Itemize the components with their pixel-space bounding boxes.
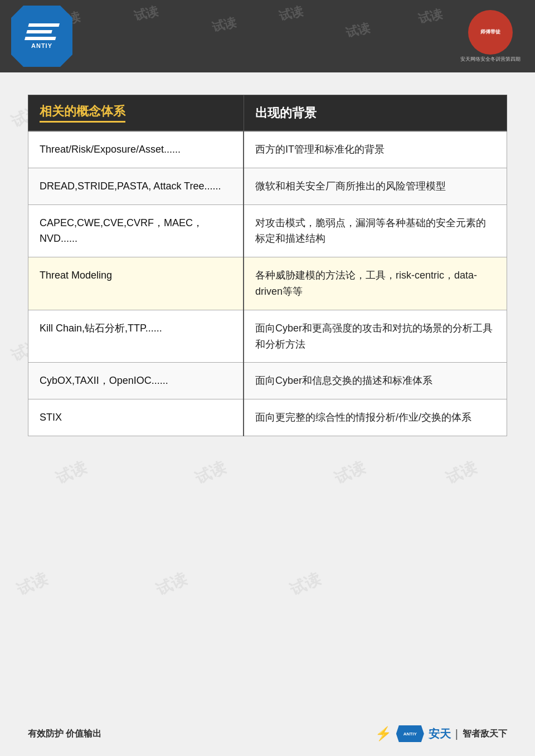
table-row: CybOX,TAXII，OpenIOC...... 面向Cyber和信息交换的描… xyxy=(28,363,507,399)
header: 试读 试读 试读 试读 试读 试读 ANTIY 师傅带徒 安天网络安全冬训营第四… xyxy=(0,0,535,72)
bwm18: 试读 xyxy=(153,568,191,601)
wm3: 试读 xyxy=(210,14,238,36)
row4-right: 各种威胁建模的方法论，工具，risk-centric，data-driven等等 xyxy=(244,257,507,310)
row6-right: 面向Cyber和信息交换的描述和标准体系 xyxy=(244,363,507,399)
col1-header: 相关的概念体系 xyxy=(28,95,244,131)
col1-header-text: 相关的概念体系 xyxy=(40,103,125,123)
table-body: Threat/Risk/Exposure/Asset...... 西方的IT管理… xyxy=(28,131,507,436)
main-content: 相关的概念体系 出现的背景 Threat/Risk/Exposure/Asset… xyxy=(0,72,535,459)
right-logo-inner-text: 师傅带徒 xyxy=(478,26,503,38)
right-logo-circle: 师傅带徒 xyxy=(468,10,513,55)
bwm13: 试读 xyxy=(53,457,90,489)
row7-right: 面向更完整的综合性的情报分析/作业/交换的体系 xyxy=(244,399,507,436)
wm4: 试读 xyxy=(277,3,305,25)
table-row: Kill Chain,钻石分析,TTP...... 面向Cyber和更高强度的攻… xyxy=(28,310,507,363)
row7-left: STIX xyxy=(28,399,244,436)
logo-line-3 xyxy=(24,37,56,40)
bwm16: 试读 xyxy=(443,457,480,489)
right-logo-subtitle: 安天网络安全冬训营第四期 xyxy=(460,56,521,63)
logo-antiy-text: ANTIY xyxy=(31,42,52,49)
row4-left: Threat Modeling xyxy=(28,257,244,310)
lightning-icon: ⚡ xyxy=(375,726,392,742)
right-logo-line1: 师傅带徒 xyxy=(480,28,500,36)
row1-right: 西方的IT管理和标准化的背景 xyxy=(244,131,507,168)
table-header-row: 相关的概念体系 出现的背景 xyxy=(28,95,507,131)
wm5: 试读 xyxy=(344,19,372,42)
header-right-logo: 师傅带徒 安天网络安全冬训营第四期 xyxy=(457,6,524,67)
table-row: CAPEC,CWE,CVE,CVRF，MAEC，NVD...... 对攻击模式，… xyxy=(28,204,507,257)
footer-antiy-text: ANTIY xyxy=(403,731,417,737)
logo-lines xyxy=(24,23,59,40)
col2-header: 出现的背景 xyxy=(244,95,507,131)
footer-tagline: 智者敌天下 xyxy=(463,728,507,740)
row3-right: 对攻击模式，脆弱点，漏洞等各种基础的安全元素的标定和描述结构 xyxy=(244,204,507,257)
row6-left: CybOX,TAXII，OpenIOC...... xyxy=(28,363,244,399)
bwm14: 试读 xyxy=(192,457,230,489)
logo-line-1 xyxy=(28,23,60,27)
row1-left: Threat/Risk/Exposure/Asset...... xyxy=(28,131,244,168)
antiy-logo: ANTIY xyxy=(11,6,72,67)
row5-right: 面向Cyber和更高强度的攻击和对抗的场景的分析工具和分析方法 xyxy=(244,310,507,363)
footer-divider: | xyxy=(455,728,458,740)
bwm19: 试读 xyxy=(287,568,324,601)
bwm17: 试读 xyxy=(14,568,51,601)
header-watermark-overlay: 试读 试读 试读 试读 试读 试读 xyxy=(0,0,535,72)
wm6: 试读 xyxy=(416,6,444,28)
row3-left: CAPEC,CWE,CVE,CVRF，MAEC，NVD...... xyxy=(28,204,244,257)
footer-left-text: 有效防护 价值输出 xyxy=(28,728,101,740)
footer-right: ⚡ ANTIY 安天 | 智者敌天下 xyxy=(375,725,507,742)
table-row-threat-modeling: Threat Modeling 各种威胁建模的方法论，工具，risk-centr… xyxy=(28,257,507,310)
row2-right: 微软和相关安全厂商所推出的风险管理模型 xyxy=(244,168,507,204)
bwm15: 试读 xyxy=(332,457,369,489)
footer: 有效防护 价值输出 ⚡ ANTIY 安天 | 智者敌天下 xyxy=(0,711,535,756)
table-row: STIX 面向更完整的综合性的情报分析/作业/交换的体系 xyxy=(28,399,507,436)
wm2: 试读 xyxy=(132,3,160,25)
concept-table: 相关的概念体系 出现的背景 Threat/Risk/Exposure/Asset… xyxy=(28,95,507,436)
row5-left: Kill Chain,钻石分析,TTP...... xyxy=(28,310,244,363)
col2-header-text: 出现的背景 xyxy=(255,106,317,120)
footer-brand: 安天 xyxy=(429,726,451,742)
logo-line-2 xyxy=(26,30,52,33)
table-row: DREAD,STRIDE,PASTA, Attack Tree...... 微软… xyxy=(28,168,507,204)
table-row: Threat/Risk/Exposure/Asset...... 西方的IT管理… xyxy=(28,131,507,168)
footer-antiy-logo: ANTIY xyxy=(396,725,424,742)
row2-left: DREAD,STRIDE,PASTA, Attack Tree...... xyxy=(28,168,244,204)
